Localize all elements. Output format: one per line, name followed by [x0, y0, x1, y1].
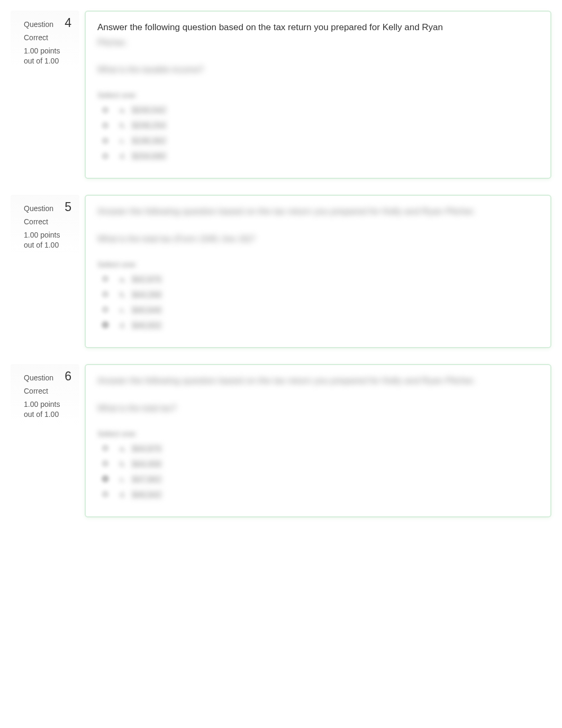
option-value: $208,254 [130, 120, 168, 130]
question-label: Question [24, 204, 53, 213]
question-content-panel: Answer the following question based on t… [85, 11, 551, 179]
option-letter: c. [120, 475, 127, 484]
option-row[interactable]: b.$44,456 [97, 459, 539, 469]
option-letter: d. [120, 321, 127, 330]
radio-icon[interactable] [102, 106, 109, 114]
option-letter: d. [120, 151, 127, 160]
option-value: $200,542 [130, 105, 168, 115]
question-status: Correct [24, 387, 71, 395]
option-letter: b. [120, 121, 127, 130]
question-status: Correct [24, 217, 71, 226]
option-letter: c. [120, 305, 127, 314]
question-sub-prompt: What is the total tax? [97, 404, 539, 413]
option-letter: c. [120, 136, 127, 145]
option-row[interactable]: d.$204,680 [97, 151, 539, 161]
radio-icon[interactable] [102, 137, 109, 144]
radio-icon[interactable] [102, 152, 109, 160]
question-label: Question [24, 374, 53, 382]
option-row[interactable]: d.$46,642 [97, 489, 539, 499]
option-value: $40,646 [130, 305, 163, 315]
option-row[interactable]: d.$46,832 [97, 320, 539, 330]
question-sub-prompt: What is the taxable income? [97, 65, 539, 75]
radio-icon[interactable] [102, 444, 109, 452]
question-label-row: Question5 [24, 200, 71, 214]
option-value: $46,642 [130, 489, 163, 499]
option-row[interactable]: a.$42,875 [97, 274, 539, 284]
option-value: $44,268 [130, 289, 163, 299]
radio-icon[interactable] [102, 306, 109, 313]
question-block: Question5Correct1.00 points out of 1.00A… [11, 195, 551, 348]
question-block: Question6Correct1.00 points out of 1.00A… [11, 364, 551, 517]
question-points: 1.00 points out of 1.00 [24, 399, 71, 420]
radio-icon[interactable] [102, 321, 109, 329]
radio-icon[interactable] [102, 475, 109, 483]
question-number: 5 [65, 200, 71, 214]
radio-icon[interactable] [102, 122, 109, 129]
question-sub-prompt: What is the total tax (Form 1040, line 1… [97, 234, 539, 244]
question-block: Question4Correct1.00 points out of 1.00A… [11, 11, 551, 179]
option-value: $44,875 [130, 443, 163, 453]
option-value: $204,680 [130, 151, 168, 161]
question-text-blurred: Pitcher. [97, 37, 539, 50]
select-one-label: Select one: [97, 260, 539, 269]
question-text: Answer the following question based on t… [97, 21, 539, 34]
question-points: 1.00 points out of 1.00 [24, 46, 71, 66]
option-letter: a. [120, 444, 127, 453]
question-info-panel: Question5Correct1.00 points out of 1.00 [11, 195, 79, 256]
option-row[interactable]: c.$40,646 [97, 305, 539, 315]
select-one-label: Select one: [97, 429, 539, 438]
option-row[interactable]: b.$208,254 [97, 120, 539, 130]
radio-icon[interactable] [102, 460, 109, 467]
option-value: $42,875 [130, 274, 163, 284]
question-status: Correct [24, 33, 71, 42]
question-text-blurred: Answer the following question based on t… [97, 375, 539, 388]
question-label-row: Question4 [24, 16, 71, 30]
option-value: $47,862 [130, 474, 163, 484]
radio-icon[interactable] [102, 490, 109, 498]
question-content-panel: Answer the following question based on t… [85, 195, 551, 348]
option-row[interactable]: c.$196,362 [97, 135, 539, 145]
question-info-panel: Question4Correct1.00 points out of 1.00 [11, 11, 79, 71]
option-letter: a. [120, 105, 127, 114]
option-row[interactable]: a.$44,875 [97, 443, 539, 453]
radio-icon[interactable] [102, 275, 109, 283]
radio-icon[interactable] [102, 290, 109, 298]
option-value: $46,832 [130, 320, 163, 330]
question-number: 4 [65, 16, 71, 30]
question-content-panel: Answer the following question based on t… [85, 364, 551, 517]
question-info-panel: Question6Correct1.00 points out of 1.00 [11, 364, 79, 425]
select-one-label: Select one: [97, 90, 539, 99]
question-label: Question [24, 20, 53, 29]
option-value: $196,362 [130, 135, 168, 145]
option-letter: b. [120, 290, 127, 299]
option-letter: d. [120, 490, 127, 499]
option-value: $44,456 [130, 459, 163, 469]
option-row[interactable]: b.$44,268 [97, 289, 539, 299]
option-letter: b. [120, 459, 127, 468]
question-number: 6 [65, 369, 71, 384]
question-text-blurred: Answer the following question based on t… [97, 205, 539, 219]
option-row[interactable]: a.$200,542 [97, 105, 539, 115]
option-letter: a. [120, 275, 127, 284]
question-points: 1.00 points out of 1.00 [24, 230, 71, 250]
option-row[interactable]: c.$47,862 [97, 474, 539, 484]
question-label-row: Question6 [24, 369, 71, 384]
